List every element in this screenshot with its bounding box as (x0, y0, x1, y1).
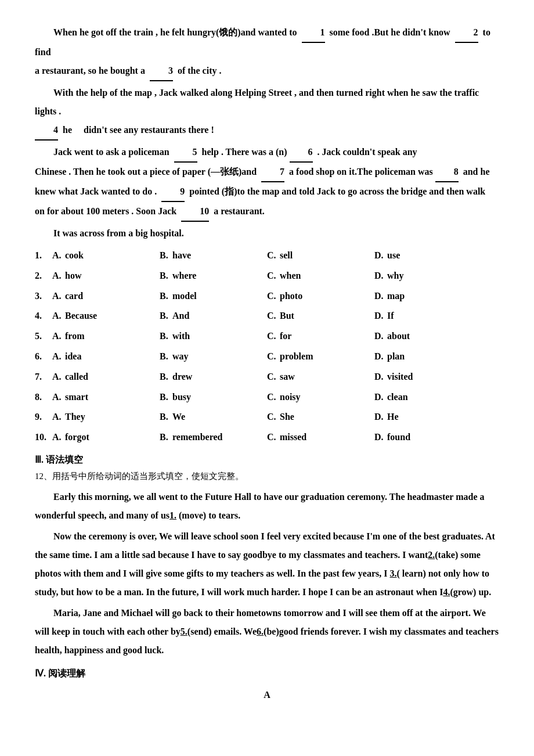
option-d: D. found (374, 429, 482, 446)
option-row: 5. A. from B. with C. for D. about (35, 328, 499, 345)
blank-5: 5 (174, 143, 197, 163)
grammar-blank5: 5. (181, 627, 187, 636)
option-number: 1. (35, 247, 52, 264)
option-a: A. called (52, 369, 160, 386)
option-d: D. He (374, 409, 482, 426)
option-row: 9. A. They B. We C. She D. He (35, 409, 499, 426)
option-c: C. But (267, 308, 374, 325)
option-number: 8. (35, 389, 52, 406)
blank-4: 4 (35, 121, 58, 141)
option-a: A. card (52, 288, 160, 305)
blank-8: 8 (435, 163, 459, 182)
option-a: A. idea (52, 348, 160, 365)
section4-header: Ⅳ. 阅读理解 (35, 665, 499, 682)
option-d: D. visited (374, 369, 482, 386)
option-c: C. saw (267, 369, 374, 386)
blank-6: 6 (290, 143, 313, 163)
options-section: 1. A. cook B. have C. sell D. use 2. A. … (35, 247, 499, 446)
option-number: 6. (35, 348, 52, 365)
option-number: 5. (35, 328, 52, 345)
option-number: 10. (35, 429, 52, 446)
option-b: B. drew (160, 369, 267, 386)
option-c: C. photo (267, 288, 374, 305)
option-a: A. from (52, 328, 160, 345)
blank-10: 10 (181, 202, 209, 222)
option-number: 2. (35, 268, 52, 285)
option-d: D. use (374, 247, 482, 264)
option-d: D. why (374, 268, 482, 285)
grammar-passage: Early this morning, we all went to the F… (35, 488, 499, 660)
blank-2: 2 (455, 23, 478, 43)
option-row: 6. A. idea B. way C. problem D. plan (35, 348, 499, 365)
option-b: B. busy (160, 389, 267, 406)
option-number: 9. (35, 409, 52, 426)
option-b: B. And (160, 308, 267, 325)
option-row: 3. A. card B. model C. photo D. map (35, 288, 499, 305)
option-c: C. She (267, 409, 374, 426)
option-c: C. for (267, 328, 374, 345)
option-b: B. with (160, 328, 267, 345)
passage-para1: When he got off the train , he felt hung… (35, 23, 499, 81)
section4-subheader: A (35, 687, 499, 704)
option-d: D. about (374, 328, 482, 345)
option-c: C. sell (267, 247, 374, 264)
grammar-blank4: 4. (443, 587, 450, 597)
option-row: 2. A. how B. where C. when D. why (35, 268, 499, 285)
option-b: B. We (160, 409, 267, 426)
grammar-blank6: 6. (257, 627, 264, 636)
option-d: D. clean (374, 389, 482, 406)
option-c: C. when (267, 268, 374, 285)
passage-section: When he got off the train , he felt hung… (35, 23, 499, 243)
passage-para3: Jack went to ask a policeman 5 help . Th… (35, 143, 499, 222)
grammar-blank3: 3. (390, 568, 397, 578)
option-row: 7. A. called B. drew C. saw D. visited (35, 369, 499, 386)
option-row: 1. A. cook B. have C. sell D. use (35, 247, 499, 264)
option-c: C. problem (267, 348, 374, 365)
option-row: 8. A. smart B. busy C. noisy D. clean (35, 389, 499, 406)
grammar-blank1: 1. (169, 510, 176, 520)
grammar-para2: Now the ceremony is over, We will leave … (35, 527, 499, 602)
option-b: B. where (160, 268, 267, 285)
option-a: A. Because (52, 308, 160, 325)
blank-3: 3 (150, 62, 173, 81)
blank-9: 9 (161, 182, 185, 202)
option-b: B. model (160, 288, 267, 305)
option-c: C. noisy (267, 389, 374, 406)
option-d: D. If (374, 308, 482, 325)
section3-instruction: 12、用括号中所给动词的适当形式填空，使短文完整。 (35, 469, 499, 484)
option-number: 7. (35, 369, 52, 386)
blank-1: 1 (302, 23, 325, 43)
grammar-para3: Maria, Jane and Michael will go back to … (35, 604, 499, 660)
option-a: A. forgot (52, 429, 160, 446)
option-d: D. map (374, 288, 482, 305)
option-number: 4. (35, 308, 52, 325)
option-number: 3. (35, 288, 52, 305)
option-b: B. have (160, 247, 267, 264)
blank-7: 7 (261, 163, 284, 182)
option-a: A. cook (52, 247, 160, 264)
option-d: D. plan (374, 348, 482, 365)
grammar-blank2: 2. (428, 550, 435, 560)
passage-para4: It was across from a big hospital. (35, 224, 499, 243)
option-b: B. way (160, 348, 267, 365)
option-a: A. They (52, 409, 160, 426)
option-b: B. remembered (160, 429, 267, 446)
option-a: A. how (52, 268, 160, 285)
option-a: A. smart (52, 389, 160, 406)
option-row: 4. A. Because B. And C. But D. If (35, 308, 499, 325)
section3-header: Ⅲ. 语法填空 (35, 452, 499, 469)
option-c: C. missed (267, 429, 374, 446)
passage-para2: With the help of the map , Jack walked a… (35, 84, 499, 141)
option-row: 10. A. forgot B. remembered C. missed D.… (35, 429, 499, 446)
grammar-para1: Early this morning, we all went to the F… (35, 488, 499, 525)
